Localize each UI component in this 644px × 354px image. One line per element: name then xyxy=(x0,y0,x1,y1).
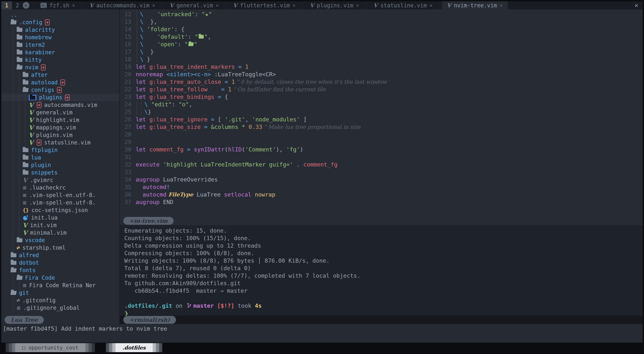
code-line: 16\ 'open': "" xyxy=(122,40,643,48)
tab-label: statusline.vim xyxy=(380,2,427,9)
tab-close-icon[interactable]: × xyxy=(152,2,155,8)
code-editor[interactable]: 12\ 'untracked': "★"13\ },14\ 'folder': … xyxy=(120,9,643,216)
tree-item-label: lua xyxy=(31,154,41,161)
indent-guide xyxy=(136,48,140,55)
tree-row-init-lua[interactable]: init.lua xyxy=(1,214,119,221)
indent-guide xyxy=(17,282,23,289)
tree-item-label: Fira Code xyxy=(25,275,55,281)
tree-item-label: after xyxy=(31,72,48,78)
code-line: 30let comment_fg = synIDattr(hlID('Comme… xyxy=(122,146,643,153)
indent-guide xyxy=(17,116,23,124)
tree-row-highlight-vim[interactable]: Vhighlight.vim xyxy=(1,116,119,124)
tree-row-snippets[interactable]: snippets xyxy=(1,169,119,176)
indent-guide xyxy=(17,191,23,199)
indent-guide xyxy=(11,86,17,94)
folder-icon xyxy=(23,73,28,77)
tree-row-git[interactable]: git xyxy=(1,289,119,297)
line-number: 20 xyxy=(122,71,136,78)
indent-guide xyxy=(11,26,17,33)
git-new-badge: + xyxy=(60,79,65,85)
terminal-pane[interactable]: Enumerating objects: 15, done.Counting o… xyxy=(120,225,643,316)
tree-row--config[interactable]: .config+ xyxy=(1,18,119,26)
line-number: 27 xyxy=(122,124,136,130)
tree-row-vscode[interactable]: vscode xyxy=(1,236,119,244)
tree-item-label: highlight.vim xyxy=(36,117,79,123)
tree-row-homebrew[interactable]: homebrew xyxy=(1,33,119,41)
tmux-window-1[interactable]: 1 xyxy=(1,1,12,9)
tree-row-autoload[interactable]: autoload+ xyxy=(1,79,119,86)
tab-plugins-vim[interactable]: Vplugins.vim× xyxy=(305,1,364,9)
folder-open-icon xyxy=(10,20,16,24)
tab-separator xyxy=(438,1,442,9)
tab-close-icon[interactable]: × xyxy=(72,2,75,8)
terminal-window: 1 2 ← >_fzf.sh×Vautocommands.vim×Vgenera… xyxy=(0,0,644,354)
tab-statusline-vim[interactable]: Vstatusline.vim× xyxy=(368,1,438,9)
tab-close-icon[interactable]: × xyxy=(216,2,219,8)
tree-row-ftplugin[interactable]: ftplugin xyxy=(1,146,119,154)
line-number: 24 xyxy=(122,101,136,108)
code-line: 27let g:lua_tree_size = &columns * 0.33 … xyxy=(122,123,643,131)
close-all-icon[interactable]: × xyxy=(634,1,638,9)
tree-row--[interactable]: .. xyxy=(1,11,119,18)
indent-guide xyxy=(11,49,17,56)
tree-row-Fira-Code-Retina-Ner[interactable]: ≡Fira Code Retina Ner xyxy=(1,282,119,289)
indent-guide xyxy=(11,71,17,79)
tree-row-fonts[interactable]: fonts xyxy=(1,267,119,274)
tree-row-plugins[interactable]: plugins+ xyxy=(1,94,119,101)
vim-file-icon: V xyxy=(23,229,28,236)
tree-row-iterm2[interactable]: iterm2 xyxy=(1,41,119,49)
tmux-session-dotfiles[interactable]: .dotfiles xyxy=(106,343,162,352)
tree-row-autocommands-vim[interactable]: V+autocommands.vim xyxy=(1,101,119,109)
tree-row--vim-spell-en-utf-8-[interactable]: ≡.vim-spell-en.utf-8. xyxy=(1,199,119,206)
tree-row-starship-toml[interactable]: starship.toml xyxy=(1,244,119,252)
indent-guide xyxy=(17,199,23,206)
tree-row-nvim[interactable]: nvim+ xyxy=(1,64,119,71)
tree-row-dotbot[interactable]: dotbot xyxy=(1,259,119,267)
line-number: 33 xyxy=(122,169,136,175)
tree-row-init-vim[interactable]: Vinit.vim xyxy=(1,221,119,229)
tree-row--gitignore_global[interactable]: ≡.gitignore_global xyxy=(1,304,119,312)
tmux-window-2[interactable]: 2 xyxy=(12,1,23,9)
tree-row--luacheckrc[interactable]: ≡.luacheckrc xyxy=(1,184,119,191)
tree-row-lua[interactable]: lua xyxy=(1,154,119,161)
tree-row-configs[interactable]: configs+ xyxy=(1,86,119,94)
tree-row-plugins-vim[interactable]: Vplugins.vim xyxy=(1,131,119,139)
tab-autocommands-vim[interactable]: Vautocommands.vim× xyxy=(84,1,160,9)
tree-row-mappings-vim[interactable]: Vmappings.vim xyxy=(1,124,119,131)
tab-general-vim[interactable]: Vgeneral.vim× xyxy=(164,1,224,9)
tree-row-minimal-vim[interactable]: Vminimal.vim xyxy=(1,229,119,236)
tree-row-kitty[interactable]: kitty xyxy=(1,56,119,64)
tree-row-statusline-vim[interactable]: V+statusline.vim xyxy=(1,139,119,146)
tab-close-icon[interactable]: × xyxy=(430,2,432,8)
tree-row-coc-settings-json[interactable]: {}coc-settings.json xyxy=(1,206,119,214)
tree-row--vim-spell-en-utf-8-[interactable]: ≡.vim-spell-en.utf-8. xyxy=(1,191,119,199)
indent-guide xyxy=(140,108,144,116)
tree-row-Fira-Code[interactable]: Fira Code xyxy=(1,274,119,282)
back-circle-icon[interactable]: ← xyxy=(23,2,30,9)
line-number: 34 xyxy=(122,176,136,183)
tree-row-karabiner[interactable]: karabiner xyxy=(1,49,119,56)
tree-row--gvimrc[interactable]: V.gvimrc xyxy=(1,176,119,184)
editor-status-pill: <m-tree.vim xyxy=(123,217,174,225)
tree-row-plugin[interactable]: plugin xyxy=(1,161,119,169)
tab-close-icon[interactable]: × xyxy=(500,2,503,8)
tree-item-label: plugin xyxy=(31,162,51,168)
tree-row-alacritty[interactable]: alacritty xyxy=(1,26,119,33)
tab-fluttertest-vim[interactable]: Vfluttertest.vim× xyxy=(228,1,300,9)
folder-open-icon xyxy=(10,268,16,272)
tree-row-alfred[interactable]: alfred xyxy=(1,252,119,259)
tree-row--gitconfig[interactable]: .gitconfig xyxy=(1,297,119,304)
tree-item-label: statusline.vim xyxy=(44,139,90,146)
tab-close-icon[interactable]: × xyxy=(292,2,296,8)
line-number: 37 xyxy=(122,199,136,205)
tab-fzf-sh[interactable]: >_fzf.sh× xyxy=(36,1,80,9)
tree-row-after[interactable]: after xyxy=(1,71,119,79)
tab-close-icon[interactable]: × xyxy=(356,2,359,8)
tree-item-label: ftplugin xyxy=(31,147,58,153)
tree-item-label: coc-settings.json xyxy=(32,207,88,213)
tmux-session-opportunity-cost[interactable]: □ opportunity_cost xyxy=(6,343,95,352)
tree-row-general-vim[interactable]: Vgeneral.vim xyxy=(1,109,119,116)
indent-guide xyxy=(11,161,17,169)
indent-guide xyxy=(17,71,23,79)
tab-nvim-tree-vim[interactable]: Vnvim-tree.vim× xyxy=(442,1,508,9)
